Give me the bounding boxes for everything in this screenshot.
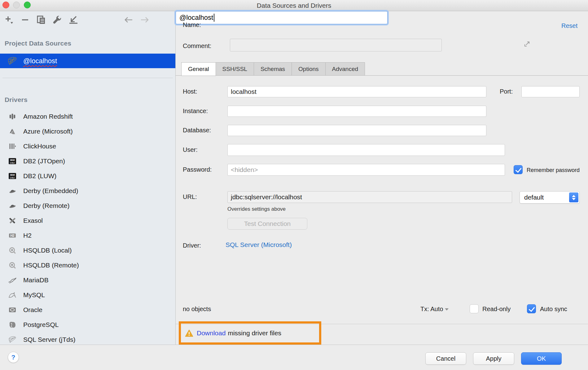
back-arrow-icon[interactable] — [124, 15, 133, 24]
driver-item-mariadb[interactable]: MariaDB — [0, 273, 176, 288]
selected-source-label: @localhost — [23, 57, 57, 65]
hsqldb-icon — [8, 261, 17, 270]
url-label: URL: — [183, 193, 197, 200]
driver-item-h2[interactable]: H2H2 — [0, 228, 176, 243]
driver-item-label: ClickHouse — [23, 143, 56, 150]
postgresql-icon — [8, 320, 17, 329]
ok-button[interactable]: OK — [521, 352, 562, 365]
instance-label: Instance: — [183, 108, 208, 115]
remember-password-checkbox[interactable] — [514, 165, 523, 174]
read-only-checkbox[interactable] — [470, 304, 479, 313]
url-hint: Overrides settings above — [227, 206, 286, 212]
url-preset-value: default — [524, 194, 544, 201]
test-connection-button: Test Connection — [227, 218, 307, 230]
remember-password-label: Remember password — [527, 167, 580, 174]
driver-list: Amazon RedshiftAzure (Microsoft)ClickHou… — [0, 109, 176, 345]
derby-icon — [8, 201, 17, 210]
main-panel: Name: @localhost Reset Comment: GeneralS… — [176, 11, 588, 345]
tab-general[interactable]: General — [181, 62, 216, 76]
tab-schemas[interactable]: Schemas — [254, 62, 292, 76]
expand-icon[interactable] — [524, 41, 530, 47]
minimize-window-button — [13, 2, 20, 8]
title-bar: Data Sources and Drivers — [0, 0, 588, 11]
tab-options[interactable]: Options — [292, 62, 325, 76]
driver-item-label: SQL Server (jTds) — [23, 336, 75, 343]
import-icon[interactable] — [69, 15, 78, 24]
driver-item-hsqldb-remote[interactable]: HSQLDB (Remote) — [0, 258, 176, 273]
sidebar-item-localhost[interactable]: @localhost — [0, 54, 176, 68]
driver-item-mysql[interactable]: MySQL — [0, 288, 176, 302]
password-label: Password: — [183, 166, 212, 173]
database-input[interactable] — [227, 125, 486, 136]
tab-advanced[interactable]: Advanced — [326, 62, 365, 76]
settings-tabs: GeneralSSH/SSLSchemasOptionsAdvanced — [181, 62, 365, 76]
driver-item-hsqldb-local[interactable]: HSQLDB (Local) — [0, 243, 176, 258]
close-window-button[interactable] — [2, 2, 9, 8]
read-only-label: Read-only — [482, 306, 511, 313]
add-icon[interactable] — [4, 15, 14, 24]
window-title: Data Sources and Drivers — [0, 0, 588, 11]
reset-link[interactable]: Reset — [561, 22, 577, 29]
zoom-window-button[interactable] — [24, 2, 31, 8]
sqlserver-icon — [7, 56, 18, 66]
driver-item-amazon-redshift[interactable]: Amazon Redshift — [0, 109, 176, 124]
driver-link[interactable]: SQL Server (Microsoft) — [226, 241, 292, 249]
driver-item-label: H2 — [23, 232, 32, 239]
history-nav — [124, 15, 149, 25]
port-input[interactable] — [521, 86, 580, 97]
driver-item-sql-server-jtds[interactable]: SQL Server (jTds) — [0, 332, 176, 345]
remove-icon[interactable] — [20, 15, 30, 24]
driver-item-azure-microsoft[interactable]: Azure (Microsoft) — [0, 124, 176, 139]
sidebar: Project Data Sources @localhost Drivers … — [0, 11, 176, 345]
oracle-icon — [8, 306, 17, 314]
user-input[interactable] — [227, 144, 505, 156]
svg-text:IBM: IBM — [10, 159, 15, 161]
dialog-footer: ? Cancel Apply OK — [0, 345, 588, 370]
host-input[interactable] — [227, 86, 486, 97]
derby-icon — [8, 187, 17, 195]
driver-item-oracle[interactable]: Oracle — [0, 302, 176, 317]
warning-icon — [185, 329, 193, 337]
name-input[interactable]: @localhost — [176, 11, 388, 24]
duplicate-icon[interactable] — [37, 15, 46, 24]
download-link[interactable]: Download — [197, 329, 226, 337]
forward-arrow-icon[interactable] — [140, 15, 149, 24]
cancel-button[interactable]: Cancel — [425, 352, 466, 365]
driver-item-derby-remote[interactable]: Derby (Remote) — [0, 198, 176, 213]
clickhouse-icon — [8, 142, 17, 151]
driver-item-label: Derby (Remote) — [23, 202, 69, 209]
url-preset-dropdown[interactable]: default — [520, 191, 580, 204]
driver-item-clickhouse[interactable]: ClickHouse — [0, 139, 176, 154]
driver-item-label: Derby (Embedded) — [23, 187, 78, 195]
sqlserver-gray-icon — [8, 335, 17, 344]
help-button[interactable]: ? — [8, 352, 19, 363]
svg-text:DB2: DB2 — [10, 161, 15, 164]
instance-input[interactable] — [227, 106, 486, 117]
password-input[interactable] — [227, 164, 505, 176]
driver-item-db2-jtopen[interactable]: IBMDB2DB2 (JTOpen) — [0, 154, 176, 169]
wrench-icon[interactable] — [53, 15, 62, 24]
dialog-body: Project Data Sources @localhost Drivers … — [0, 11, 588, 345]
url-input[interactable]: jdbc:sqlserver://localhost — [227, 191, 512, 203]
driver-item-db2-luw[interactable]: IBMDB2DB2 (LUW) — [0, 169, 176, 183]
auto-sync-checkbox[interactable] — [527, 304, 536, 313]
user-label: User: — [183, 146, 198, 153]
azure-icon — [8, 127, 17, 136]
chevron-down-icon — [445, 308, 449, 311]
apply-button[interactable]: Apply — [473, 352, 514, 365]
database-label: Database: — [183, 127, 211, 134]
download-text: missing driver files — [228, 329, 281, 337]
svg-text:DB2: DB2 — [10, 176, 15, 179]
driver-item-label: Amazon Redshift — [23, 113, 73, 120]
driver-item-label: DB2 (JTOpen) — [23, 157, 65, 165]
tx-dropdown[interactable]: Tx: Auto — [420, 306, 449, 313]
svg-text:IBM: IBM — [10, 174, 15, 176]
driver-item-postgresql[interactable]: PostgreSQL — [0, 317, 176, 332]
hsqldb-icon — [8, 246, 17, 255]
driver-item-label: PostgreSQL — [23, 321, 59, 328]
project-data-sources-header: Project Data Sources — [5, 40, 71, 47]
comment-input[interactable] — [230, 39, 442, 51]
driver-item-exasol[interactable]: Exasol — [0, 213, 176, 228]
driver-item-derby-embedded[interactable]: Derby (Embedded) — [0, 183, 176, 198]
tab-ssh-ssl[interactable]: SSH/SSL — [216, 62, 254, 76]
